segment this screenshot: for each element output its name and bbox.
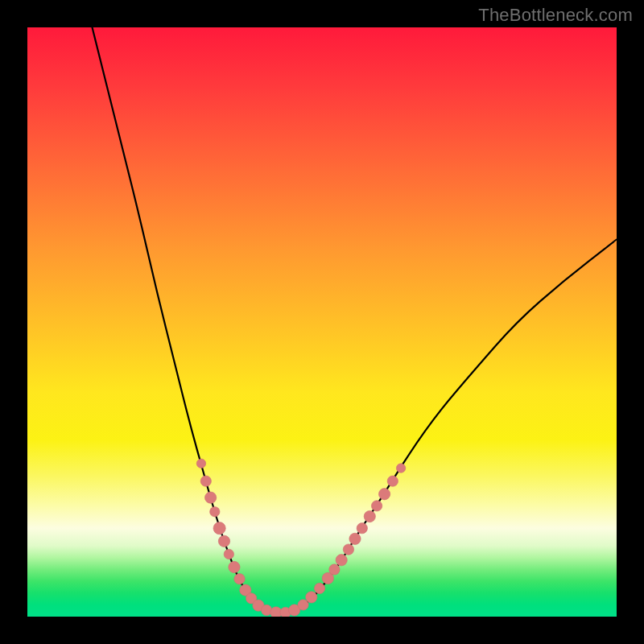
- data-marker: [218, 535, 229, 547]
- data-marker: [364, 510, 375, 522]
- data-marker: [213, 522, 225, 535]
- data-marker: [387, 476, 398, 486]
- data-marker: [357, 523, 367, 534]
- data-marker: [205, 492, 217, 503]
- data-marker: [196, 459, 205, 468]
- data-marker: [210, 507, 220, 517]
- data-marker: [349, 533, 361, 544]
- data-marker: [336, 555, 347, 566]
- data-markers: [196, 459, 406, 617]
- data-marker: [314, 583, 324, 593]
- data-marker: [396, 464, 405, 473]
- data-marker: [200, 476, 211, 486]
- bottleneck-curve: [93, 27, 617, 613]
- chart-frame: TheBottleneck.com: [0, 0, 644, 644]
- data-marker: [224, 549, 233, 559]
- plot-area: [27, 27, 617, 617]
- data-marker: [306, 592, 317, 603]
- data-marker: [329, 564, 340, 575]
- data-marker: [343, 544, 353, 555]
- data-marker: [229, 561, 240, 572]
- watermark-text: TheBottleneck.com: [478, 5, 633, 26]
- data-marker: [378, 489, 390, 500]
- chart-svg: [27, 27, 617, 617]
- data-marker: [371, 501, 382, 511]
- data-marker: [234, 573, 245, 584]
